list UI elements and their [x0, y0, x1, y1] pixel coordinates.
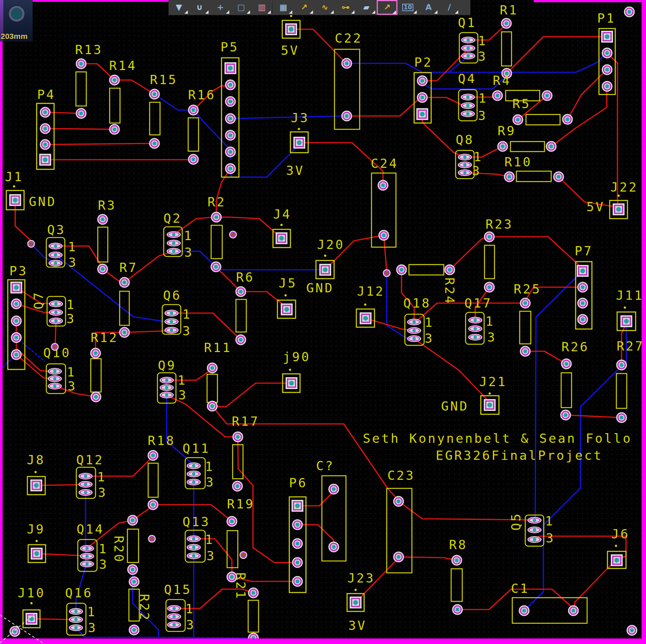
pin-label-Q7-1[interactable]: 1 [67, 297, 76, 312]
label-R1[interactable]: R1 [500, 3, 518, 17]
label-R2[interactable]: R2 [207, 195, 226, 209]
label-R12[interactable]: R12 [91, 330, 119, 345]
label-Q3[interactable]: Q3 [47, 222, 66, 237]
net-label-5V-jp-5V[interactable]: 5V [281, 43, 299, 58]
pin-label-Q17-1[interactable]: 1 [486, 314, 495, 329]
label-R20[interactable]: R20 [111, 536, 126, 564]
label-Q6[interactable]: Q6 [163, 288, 182, 303]
label-C23[interactable]: C23 [387, 468, 415, 483]
label-R11[interactable]: R11 [204, 340, 232, 355]
pin-label-Q4-3[interactable]: 3 [478, 108, 487, 123]
label-J21[interactable]: J21 [479, 374, 507, 389]
label-P6[interactable]: P6 [289, 475, 307, 490]
copper-polygon-icon[interactable]: ▰ [356, 0, 377, 15]
label-C1[interactable]: C1 [511, 581, 529, 596]
label-R3[interactable]: R3 [98, 198, 116, 213]
label-J1[interactable]: J1 [5, 169, 23, 184]
net-label-3V-J23[interactable]: 3V [348, 618, 367, 633]
label-R17[interactable]: R17 [232, 414, 260, 429]
pin-label-Q10-3[interactable]: 3 [68, 379, 77, 394]
pin-label-Q3-1[interactable]: 1 [68, 239, 77, 254]
pin-label-Q16-3[interactable]: 3 [88, 620, 97, 635]
pin-label-Q8-3[interactable]: 3 [472, 163, 482, 178]
pin-label-Q7-3[interactable]: 3 [67, 311, 76, 326]
pin-label-Q8-1[interactable]: 1 [474, 149, 483, 164]
label-R23[interactable]: R23 [486, 217, 513, 232]
pin-label-Q6-3[interactable]: 3 [183, 323, 192, 338]
route-trace-icon[interactable]: ↗ [294, 0, 314, 15]
label-J5[interactable]: J5 [279, 276, 297, 291]
label-Q1[interactable]: Q1 [458, 15, 476, 30]
pin-label-Q13-3[interactable]: 3 [207, 548, 216, 563]
label-R26[interactable]: R26 [562, 339, 589, 354]
label-R15[interactable]: R15 [150, 72, 178, 87]
pin-label-Q14-1[interactable]: 1 [99, 541, 108, 556]
label-Q9[interactable]: Q9 [158, 358, 176, 373]
label-R25[interactable]: R25 [514, 282, 542, 296]
label-R9[interactable]: R9 [497, 123, 516, 138]
pin-label-Q11-3[interactable]: 3 [206, 475, 215, 489]
pin-label-Q17-3[interactable]: 3 [487, 330, 497, 345]
label-J22[interactable]: J22 [610, 180, 638, 195]
label-P2[interactable]: P2 [414, 55, 433, 70]
label-j90[interactable]: j90 [283, 349, 311, 364]
measure-icon[interactable]: 10 [397, 0, 418, 15]
label-P3[interactable]: P3 [9, 263, 28, 278]
ic-chip-icon[interactable]: ▦ [273, 0, 294, 15]
via-2[interactable] [383, 269, 391, 277]
label-Q4[interactable]: Q4 [458, 71, 476, 86]
pin-label-Q16-1[interactable]: 1 [87, 604, 97, 619]
filter-icon[interactable]: ▼ [169, 0, 189, 15]
label-J8[interactable]: J8 [27, 452, 45, 467]
pin-label-Q18-1[interactable]: 1 [425, 315, 434, 330]
net-label-3V-J3[interactable]: 3V [286, 163, 304, 178]
crosshair-icon[interactable]: + [210, 0, 231, 15]
label-J10[interactable]: J10 [18, 585, 46, 600]
pin-label-Q11-1[interactable]: 1 [205, 459, 214, 474]
label-Q11[interactable]: Q11 [183, 441, 210, 456]
pin-label-Q3-3[interactable]: 3 [69, 255, 78, 270]
label-J20[interactable]: J20 [317, 237, 345, 252]
line-tool-icon[interactable]: / [439, 0, 460, 15]
label-Q16[interactable]: Q16 [65, 585, 93, 600]
trace-top-layer-2[interactable] [45, 129, 114, 129]
label-P5[interactable]: P5 [220, 40, 239, 54]
pin-label-Q9-1[interactable]: 1 [178, 373, 187, 388]
trace-top-layer-32[interactable] [31, 619, 74, 620]
pin-label-Q9-3[interactable]: 3 [179, 388, 188, 402]
net-label-GND-J20[interactable]: GND [306, 280, 334, 295]
title-silkscreen-line2[interactable]: EGR326FinalProject [436, 448, 603, 463]
via-5[interactable] [240, 551, 247, 559]
pin-label-Q18-3[interactable]: 3 [425, 331, 434, 346]
trace-top-layer-0[interactable] [45, 159, 193, 160]
label-R16[interactable]: R16 [188, 87, 216, 102]
label-R13[interactable]: R13 [75, 42, 103, 57]
label-Q18[interactable]: Q18 [403, 296, 431, 311]
pin-label-Q4-1[interactable]: 1 [479, 91, 488, 106]
pin-label-Q2-1[interactable]: 1 [184, 228, 193, 243]
label-R6[interactable]: R6 [236, 270, 254, 285]
label-R10[interactable]: R10 [505, 155, 532, 169]
label-P1[interactable]: P1 [597, 11, 616, 26]
label-R4[interactable]: R4 [493, 73, 511, 88]
label-J6[interactable]: J6 [611, 527, 630, 541]
key-icon[interactable]: ⊶ [335, 0, 356, 15]
pin-label-Q1-1[interactable]: 1 [478, 33, 487, 48]
pin-label-Q12-1[interactable]: 1 [97, 469, 107, 484]
pin-label-Q10-1[interactable]: 1 [67, 365, 76, 379]
label-R7[interactable]: R7 [119, 260, 138, 275]
label-R14[interactable]: R14 [109, 58, 137, 73]
meander-wave-icon[interactable]: ∿ [314, 0, 335, 15]
via-4[interactable] [148, 535, 156, 543]
label-Q7[interactable]: Q7 [31, 291, 46, 309]
pin-label-Q15-3[interactable]: 3 [186, 617, 196, 632]
magnet-icon[interactable]: ∪ [189, 0, 210, 15]
via-3[interactable] [51, 343, 59, 351]
label-J12[interactable]: J12 [357, 284, 385, 299]
label-Q14[interactable]: Q14 [77, 522, 104, 537]
label-Q17[interactable]: Q17 [464, 296, 492, 311]
label-R8[interactable]: R8 [449, 537, 467, 552]
label-C24[interactable]: C24 [371, 156, 399, 171]
label-Q12[interactable]: Q12 [76, 452, 104, 467]
pad-stack-icon[interactable]: ▥ [252, 0, 272, 15]
